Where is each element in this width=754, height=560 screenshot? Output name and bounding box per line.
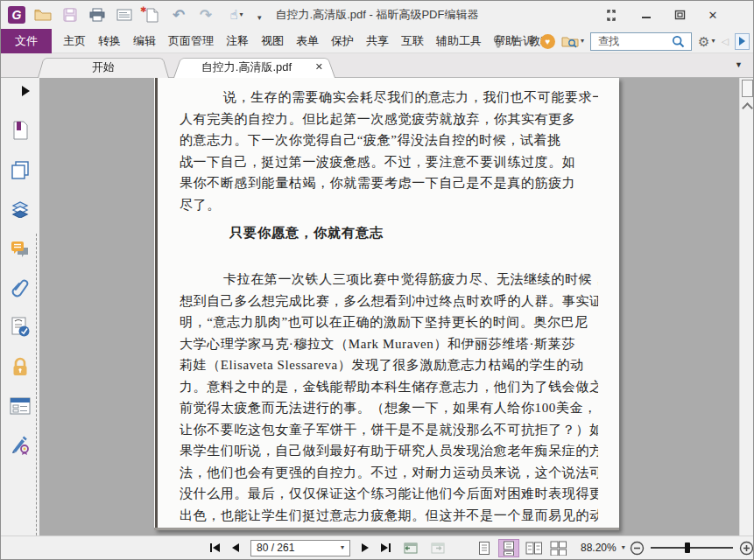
continuous-mode-button[interactable] xyxy=(498,539,519,557)
toolbar-expand-button[interactable] xyxy=(735,33,750,50)
last-page-button[interactable] xyxy=(375,543,397,552)
tab-document[interactable]: 自控力.高清版.pdf ✕ xyxy=(173,56,335,78)
menu-home[interactable]: 主页 xyxy=(57,33,92,49)
slider-track xyxy=(651,547,733,549)
hint-lightbulb-icon[interactable] xyxy=(491,33,505,49)
tab-label: 自控力.高清版.pdf xyxy=(173,56,335,78)
zoom-slider-thumb[interactable] xyxy=(685,542,690,553)
single-page-mode-button[interactable] xyxy=(474,539,495,557)
hand-tool-button[interactable]: ☝ ▾ xyxy=(223,4,250,25)
pdf-page[interactable]: 说，生存的需要确实会耗尽我们的意志力，我们也不可能要求一个人有完美的自控力。但比… xyxy=(154,78,619,530)
vertical-scrollbar[interactable] xyxy=(739,78,754,537)
sidebar-bookmarks-button[interactable] xyxy=(9,120,32,141)
search-icon[interactable] xyxy=(672,35,685,48)
scroll-up-icon[interactable] xyxy=(742,102,753,114)
layout-toggle-button[interactable] xyxy=(606,8,620,22)
scrollbar-thumb[interactable] xyxy=(742,80,753,97)
form-fields-icon xyxy=(10,397,31,415)
plus-circle-icon xyxy=(739,541,754,556)
menu-file[interactable]: 文件 xyxy=(1,29,52,53)
print-button[interactable] xyxy=(88,4,107,25)
menu-view[interactable]: 视图 xyxy=(255,33,290,49)
tab-overflow-button[interactable]: ▼ xyxy=(735,60,743,69)
facing-mode-button[interactable] xyxy=(523,539,544,557)
menu-comment[interactable]: 注释 xyxy=(220,33,255,49)
chevron-down-icon[interactable]: ▾ xyxy=(622,544,625,551)
sidebar-signatures-button[interactable] xyxy=(9,317,32,338)
sidebar-comments-button[interactable] xyxy=(9,238,32,259)
zoom-level-label[interactable]: 88.20% xyxy=(581,542,617,554)
sidebar-security-button[interactable] xyxy=(9,356,32,377)
zoom-slider[interactable] xyxy=(651,542,733,554)
chevron-down-icon: ▾ xyxy=(712,38,715,45)
menu-page-organize[interactable]: 页面管理 xyxy=(162,33,220,49)
first-page-button[interactable] xyxy=(204,543,226,552)
chevron-down-icon: ▾ xyxy=(240,11,243,18)
lock-icon xyxy=(11,357,29,376)
triangle-right-icon xyxy=(362,543,369,552)
menu-convert[interactable]: 转换 xyxy=(92,33,127,49)
previous-view-button[interactable] xyxy=(402,540,419,556)
page-text-line: 果学生们听说，自己做到最好有助于研究人员发现治愈老年痴呆症的方 xyxy=(180,440,598,462)
undo-button[interactable]: ↶ xyxy=(169,4,188,25)
page-number-value: 80 / 261 xyxy=(257,542,294,554)
menu-form[interactable]: 表单 xyxy=(290,33,325,49)
reward-heart-icon[interactable]: ♥ xyxy=(540,34,555,49)
window-controls: ✕ xyxy=(606,1,720,29)
tell-me-label[interactable]: 告诉 xyxy=(511,33,534,49)
section-heading: 只要你愿意，你就有意志 xyxy=(180,225,598,242)
close-button[interactable]: ✕ xyxy=(706,8,720,22)
settings-button[interactable]: ⚙ ▾ xyxy=(698,35,715,48)
title-bar: G ✱ ↶ ↷ ☝ ▾ – xyxy=(1,1,753,29)
panel-splitter[interactable] xyxy=(36,234,37,557)
menu-protect[interactable]: 保护 xyxy=(325,33,360,49)
continuous-facing-mode-button[interactable] xyxy=(547,539,568,557)
open-file-button[interactable] xyxy=(33,4,53,25)
page-text-line: 没什么用。最后，仅仅保证这个练习能让他们今后面对困难时表现得更 xyxy=(180,483,598,505)
panel-expand-button[interactable] xyxy=(22,86,30,96)
page-text-line: 说，生存的需要确实会耗尽我们的意志力，我们也不可能要求一个 xyxy=(180,87,598,108)
page-text-line: 明，“意志力肌肉”也可以在正确的激励下坚持更长的时间。奥尔巴尼 xyxy=(180,312,598,333)
menu-edit[interactable]: 编辑 xyxy=(127,33,162,49)
zoom-out-button[interactable] xyxy=(630,541,645,556)
menu-share[interactable]: 共享 xyxy=(360,33,395,49)
application-window: G ✱ ↶ ↷ ☝ ▾ – xyxy=(0,0,754,560)
window-title: 自控力.高清版.pdf - 福昕高级PDF编辑器 xyxy=(276,1,479,29)
customize-toolbar-button[interactable]: – ▾ xyxy=(257,11,261,19)
bar xyxy=(389,543,391,552)
page-number-combobox[interactable]: 80 / 261 ▾ xyxy=(250,540,350,556)
sidebar-layers-button[interactable] xyxy=(9,199,32,220)
document-canvas[interactable]: 说，生存的需要确实会耗尽我们的意志力，我们也不可能要求一个人有完美的自控力。但比… xyxy=(39,78,739,537)
minus-circle-icon xyxy=(630,541,645,556)
menu-bar: 文件 主页 转换 编辑 页面管理 注释 视图 表单 保护 共享 互联 辅助工具 … xyxy=(1,29,753,53)
next-page-button[interactable] xyxy=(356,543,375,552)
scroll-left-disabled-icon: ◁ xyxy=(722,36,729,47)
next-view-icon xyxy=(429,540,446,554)
find-input[interactable] xyxy=(596,34,672,48)
redo-button[interactable]: ↷ xyxy=(196,4,215,25)
paragraph: 卡拉在第一次铁人三项比赛中觉得筋疲力尽、无法继续的时候，她想到自己多么想完成比赛… xyxy=(180,269,598,526)
tab-close-icon[interactable]: ✕ xyxy=(315,56,323,78)
page-text-line: 法，他们也会有更强的自控力。不过，对耐力运动员来说，这个说法可 xyxy=(180,462,598,484)
sidebar-thumbnails-button[interactable] xyxy=(9,159,32,180)
prev-page-button[interactable] xyxy=(226,543,245,552)
layers-icon xyxy=(10,200,31,218)
sidebar-fields-button[interactable] xyxy=(9,396,32,416)
search-folder-button[interactable]: ▾ xyxy=(561,34,584,48)
facing-pages-icon xyxy=(525,541,542,556)
create-pdf-button[interactable]: ✱ xyxy=(142,4,161,25)
menu-accessibility[interactable]: 辅助工具 xyxy=(430,33,488,49)
quick-access-toolbar: G ✱ ↶ ↷ ☝ ▾ – xyxy=(8,1,261,29)
zoom-in-button[interactable] xyxy=(739,541,754,556)
tab-start[interactable]: 开始 xyxy=(38,56,169,78)
minimize-button[interactable] xyxy=(639,8,653,22)
sign-pen-icon xyxy=(10,435,31,456)
save-button[interactable] xyxy=(60,4,80,25)
minimize-icon xyxy=(641,10,652,20)
sidebar-attachments-button[interactable] xyxy=(9,277,32,298)
maximize-button[interactable] xyxy=(673,8,687,22)
email-button[interactable] xyxy=(115,4,134,25)
next-view-button[interactable] xyxy=(429,540,446,556)
menu-connect[interactable]: 互联 xyxy=(395,33,430,49)
sidebar-sign-button[interactable] xyxy=(9,435,32,456)
